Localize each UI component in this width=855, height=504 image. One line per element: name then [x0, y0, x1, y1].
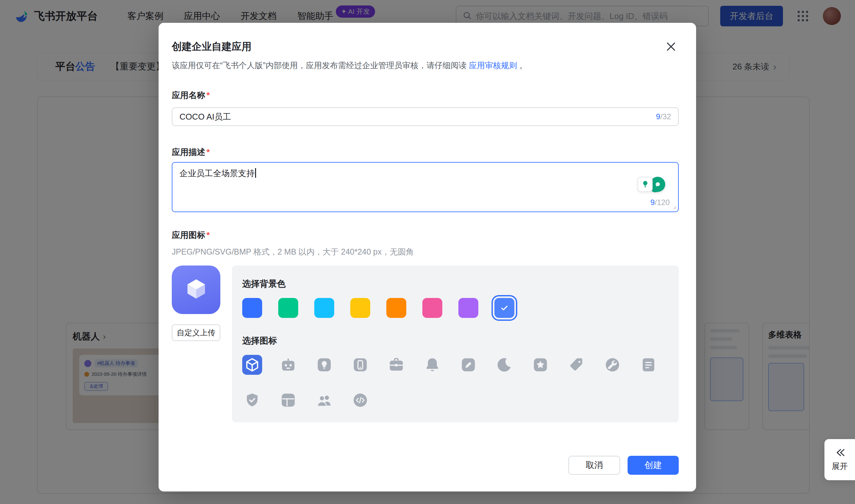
expand-label: 展开 — [832, 461, 848, 471]
icon-options-grid — [242, 355, 660, 410]
icon-preview-column: 自定义上传 — [172, 266, 220, 422]
char-counter: 9/32 — [656, 112, 671, 121]
icon-option-briefcase[interactable] — [386, 355, 406, 375]
cube-icon — [182, 275, 210, 304]
create-button[interactable]: 创建 — [628, 456, 679, 475]
bg-color-swatch[interactable] — [494, 298, 514, 318]
star-icon — [532, 356, 549, 374]
app-icon-preview — [172, 266, 220, 314]
code-icon — [352, 392, 369, 409]
icon-option-code[interactable] — [350, 390, 370, 410]
icon-option-moon[interactable] — [494, 355, 514, 375]
icon-config-panel: 选择背景色 — [232, 266, 679, 422]
icon-option-bell[interactable] — [422, 355, 442, 375]
app-desc-textarea[interactable]: 企业员工全场景支持 9/120 — [172, 162, 679, 212]
app-name-input[interactable]: COCO AI员工 9/32 — [172, 107, 679, 126]
icon-select-title: 选择图标 — [242, 336, 668, 346]
bell-icon — [424, 356, 441, 374]
layout-icon — [280, 392, 297, 409]
bg-color-title: 选择背景色 — [242, 279, 668, 289]
cube-icon — [244, 356, 261, 374]
icon-option-mobile[interactable] — [350, 355, 370, 375]
assistant-icons — [638, 177, 665, 192]
icon-option-people[interactable] — [314, 390, 334, 410]
shield-icon — [244, 392, 261, 409]
icon-option-tag[interactable] — [566, 355, 587, 375]
name-field-label: 应用名称* — [172, 90, 679, 100]
modal-footer: 取消 创建 — [172, 456, 679, 475]
required-mark: * — [207, 90, 210, 100]
close-icon[interactable] — [664, 39, 678, 54]
icon-option-shield[interactable] — [242, 390, 262, 410]
icon-field-label: 应用图标* — [172, 230, 679, 240]
create-app-modal: 创建企业自建应用 该应用仅可在“飞书个人版”内部使用，应用发布需经过企业管理员审… — [159, 23, 696, 491]
bg-color-swatch[interactable] — [278, 298, 298, 318]
modal-title: 创建企业自建应用 — [172, 41, 679, 52]
check-icon — [500, 303, 509, 313]
bulb-icon — [316, 356, 333, 374]
bg-color-swatch[interactable] — [242, 298, 262, 318]
double-chevron-left-icon — [834, 448, 845, 458]
magic-bulb-icon[interactable] — [638, 177, 653, 192]
icon-option-note[interactable] — [458, 355, 478, 375]
icon-option-bulb[interactable] — [314, 355, 334, 375]
resize-handle-icon[interactable] — [671, 204, 677, 211]
mobile-icon — [352, 356, 369, 374]
icon-option-doc[interactable] — [639, 355, 659, 375]
tag-icon — [568, 356, 585, 374]
desc-field-label: 应用描述* — [172, 147, 679, 157]
robot-icon — [280, 356, 297, 374]
bg-color-swatch[interactable] — [350, 298, 370, 318]
bg-color-swatches — [242, 298, 668, 318]
char-counter: 9/120 — [650, 198, 670, 207]
icon-option-wrench[interactable] — [603, 355, 623, 375]
bg-color-swatch[interactable] — [314, 298, 334, 318]
briefcase-icon — [388, 356, 405, 374]
icon-config-row: 自定义上传 选择背景色 — [172, 266, 679, 422]
wrench-icon — [604, 356, 621, 374]
bg-color-swatch[interactable] — [386, 298, 406, 318]
icon-option-star[interactable] — [530, 355, 551, 375]
people-icon — [316, 392, 333, 409]
app-name-value: COCO AI员工 — [179, 111, 231, 123]
bg-color-swatch[interactable] — [422, 298, 442, 318]
app-desc-value: 企业员工全场景支持 — [179, 168, 255, 178]
icon-option-layout[interactable] — [278, 390, 298, 410]
icon-option-cube[interactable] — [242, 355, 262, 375]
doc-icon — [640, 356, 657, 374]
expand-sidebar-button[interactable]: 展开 — [824, 439, 855, 480]
review-rules-link[interactable]: 应用审核规则 — [469, 61, 517, 70]
bg-color-swatch[interactable] — [458, 298, 478, 318]
icon-format-hint: JPEG/PNG/SVG/BMP 格式，2 MB 以内，大于 240*240 p… — [172, 247, 679, 257]
required-mark: * — [207, 147, 210, 157]
required-mark: * — [207, 230, 210, 240]
moon-icon — [496, 356, 513, 374]
icon-option-robot[interactable] — [278, 355, 298, 375]
cancel-button[interactable]: 取消 — [569, 456, 620, 475]
custom-upload-button[interactable]: 自定义上传 — [172, 324, 220, 341]
text-caret — [255, 168, 256, 178]
modal-subtitle: 该应用仅可在“飞书个人版”内部使用，应用发布需经过企业管理员审核，请仔细阅读 应… — [172, 60, 679, 71]
note-icon — [460, 356, 477, 374]
